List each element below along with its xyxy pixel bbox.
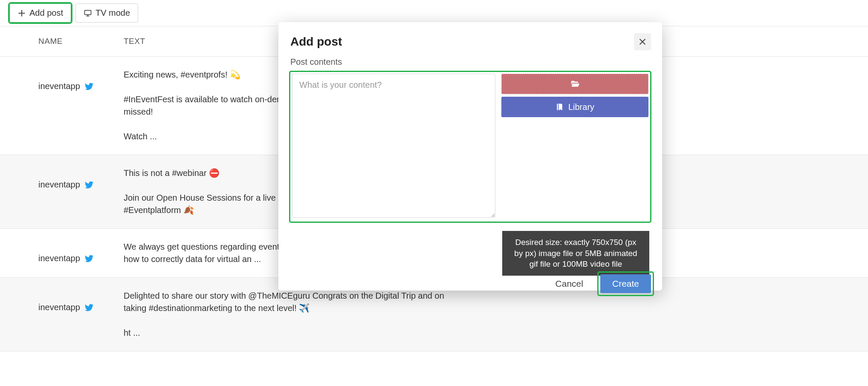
twitter-icon	[84, 180, 94, 190]
svg-rect-1	[557, 104, 558, 110]
post-content-textarea[interactable]	[292, 74, 495, 218]
modal-header: Add post	[278, 22, 662, 55]
tv-mode-button[interactable]: TV mode	[75, 3, 138, 23]
twitter-icon	[84, 254, 94, 263]
row-username: ineventapp	[38, 81, 80, 91]
plus-icon	[17, 9, 26, 17]
row-name-cell: ineventapp	[38, 69, 124, 91]
modal-body: Post contents Library	[278, 55, 662, 230]
library-button[interactable]: Library	[501, 97, 648, 117]
close-button[interactable]	[634, 33, 651, 50]
upload-column: Library	[501, 74, 648, 220]
svg-rect-0	[84, 10, 91, 14]
modal-footer: Cancel Create	[550, 273, 653, 295]
row-text-cell: Delighted to share our story with @TheMI…	[124, 290, 448, 339]
post-contents-label: Post contents	[290, 57, 650, 67]
post-contents-area: Library	[290, 72, 650, 222]
book-icon	[556, 103, 564, 111]
upload-hint: Desired size: exactly 750x750 (px by px)…	[502, 231, 649, 276]
cancel-button[interactable]: Cancel	[550, 274, 589, 293]
row-username: ineventapp	[38, 180, 80, 190]
modal-title: Add post	[290, 35, 342, 49]
close-icon	[638, 37, 647, 46]
folder-open-icon	[570, 79, 581, 89]
library-label: Library	[568, 102, 594, 112]
twitter-icon	[84, 303, 94, 312]
monitor-icon	[84, 9, 92, 17]
add-post-label: Add post	[29, 8, 63, 18]
add-post-modal: Add post Post contents	[278, 22, 662, 291]
tv-mode-label: TV mode	[95, 8, 130, 18]
row-name-cell: ineventapp	[38, 290, 124, 312]
row-name-cell: ineventapp	[38, 167, 124, 190]
upload-file-button[interactable]	[501, 74, 648, 94]
add-post-button[interactable]: Add post	[9, 3, 71, 23]
column-header-name: NAME	[38, 37, 124, 46]
row-name-cell: ineventapp	[38, 241, 124, 263]
row-username: ineventapp	[38, 253, 80, 263]
row-username: ineventapp	[38, 302, 80, 312]
create-button[interactable]: Create	[600, 274, 651, 293]
twitter-icon	[84, 82, 94, 91]
